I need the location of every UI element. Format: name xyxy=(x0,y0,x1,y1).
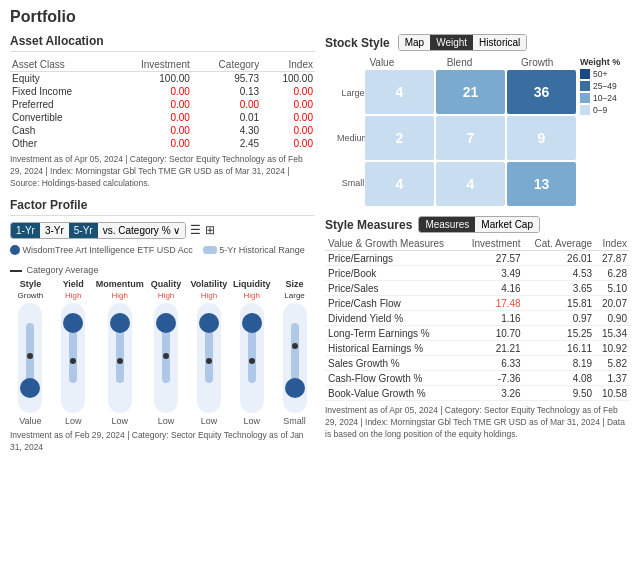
col-blend: Blend xyxy=(421,57,499,68)
measure-name: Price/Book xyxy=(325,266,462,281)
investment-val: 1.16 xyxy=(462,311,524,326)
style-measures-section: Style Measures Measures Market Cap Value… xyxy=(325,216,630,441)
factor-bottom-label: Low xyxy=(65,416,82,426)
table-row: Cash-Flow Growth % -7.36 4.08 1.37 xyxy=(325,371,630,386)
stock-style-section: Stock Style Map Weight Historical Value … xyxy=(325,34,630,206)
index-val: 10.92 xyxy=(595,341,630,356)
factor-col-header: Momentum xyxy=(96,279,144,289)
tab-3yr[interactable]: 3-Yr xyxy=(40,223,69,238)
measure-name: Cash-Flow Growth % xyxy=(325,371,462,386)
row-large: Large xyxy=(341,88,364,98)
col-value: Value xyxy=(343,57,421,68)
asset-allocation-note: Investment as of Apr 05, 2024 | Category… xyxy=(10,154,315,190)
measure-name: Sales Growth % xyxy=(325,356,462,371)
asset-class: Convertible xyxy=(10,111,110,124)
col-index: Index xyxy=(261,58,315,72)
bubble-track xyxy=(18,303,42,413)
legend-color-box xyxy=(580,81,590,91)
index-val: 0.00 xyxy=(261,85,315,98)
category-val: 0.00 xyxy=(192,98,261,111)
factor-col-sub: High xyxy=(111,291,127,300)
legend-label: 0–9 xyxy=(593,105,607,115)
cat-avg-val: 3.65 xyxy=(524,281,595,296)
style-cell: 4 xyxy=(436,162,505,206)
cat-avg-val: 15.81 xyxy=(524,296,595,311)
table-row: Preferred 0.00 0.00 0.00 xyxy=(10,98,315,111)
table-row: Sales Growth % 6.33 8.19 5.82 xyxy=(325,356,630,371)
style-cell: 4 xyxy=(365,162,434,206)
tab-historical[interactable]: Historical xyxy=(473,35,526,50)
table-row: Price/Cash Flow 17.48 15.81 20.07 xyxy=(325,296,630,311)
index-val: 5.82 xyxy=(595,356,630,371)
tab-market-cap[interactable]: Market Cap xyxy=(475,217,539,232)
category-val: 2.45 xyxy=(192,137,261,150)
index-val: 1.37 xyxy=(595,371,630,386)
legend-color-box xyxy=(580,93,590,103)
factor-list-icon[interactable]: ☰ xyxy=(190,223,201,237)
cat-avg-val: 16.11 xyxy=(524,341,595,356)
tab-weight[interactable]: Weight xyxy=(430,35,473,50)
bubble-track xyxy=(154,303,178,413)
factor-tab-group[interactable]: 1-Yr 3-Yr 5-Yr vs. Category % ∨ xyxy=(10,222,186,239)
measure-name: Price/Cash Flow xyxy=(325,296,462,311)
table-row: Historical Earnings % 21.21 16.11 10.92 xyxy=(325,341,630,356)
legend-label: 10–24 xyxy=(593,93,617,103)
row-small: Small xyxy=(342,178,365,188)
tab-map[interactable]: Map xyxy=(399,35,430,50)
investment-val: 21.21 xyxy=(462,341,524,356)
factor-col-header: Size xyxy=(286,279,304,289)
table-row: Price/Book 3.49 4.53 6.28 xyxy=(325,266,630,281)
tab-5yr[interactable]: 5-Yr xyxy=(69,223,98,238)
tab-1yr[interactable]: 1-Yr xyxy=(11,223,40,238)
investment-val: 6.33 xyxy=(462,356,524,371)
style-cell: 9 xyxy=(507,116,576,160)
col-measure: Value & Growth Measures xyxy=(325,237,462,251)
row-label-spacer xyxy=(325,57,339,206)
factor-col: YieldHighLow xyxy=(53,279,94,426)
investment-val: 100.00 xyxy=(110,72,192,86)
cat-avg-val: 8.19 xyxy=(524,356,595,371)
investment-val: 3.26 xyxy=(462,386,524,401)
investment-val: 0.00 xyxy=(110,111,192,124)
factor-columns: StyleGrowthValueYieldHighLowMomentumHigh… xyxy=(10,279,315,426)
tab-vs-category[interactable]: vs. Category % ∨ xyxy=(98,223,186,238)
bubble-track xyxy=(61,303,85,413)
index-val: 27.87 xyxy=(595,251,630,266)
cat-avg-val: 4.08 xyxy=(524,371,595,386)
col-index: Index xyxy=(595,237,630,251)
tab-measures[interactable]: Measures xyxy=(419,217,475,232)
asset-class: Cash xyxy=(10,124,110,137)
legend-item: 25–49 xyxy=(580,81,630,91)
factor-header: 1-Yr 3-Yr 5-Yr vs. Category % ∨ ☰ ⊞ xyxy=(10,222,315,239)
row-labels: Large Medium Small xyxy=(343,70,363,206)
factor-col-header: Volatility xyxy=(190,279,227,289)
stock-style-tab-group[interactable]: Map Weight Historical xyxy=(398,34,528,51)
table-row: Book-Value Growth % 3.26 9.50 10.58 xyxy=(325,386,630,401)
factor-col-sub: Growth xyxy=(18,291,44,300)
table-row: Cash 0.00 4.30 0.00 xyxy=(10,124,315,137)
factor-col: VolatilityHighLow xyxy=(188,279,229,426)
style-matrix: 421362794413 xyxy=(365,70,576,206)
factor-col-sub: High xyxy=(244,291,260,300)
asset-allocation-section: Asset Allocation Asset Class Investment … xyxy=(10,34,315,190)
col-category: Category xyxy=(192,58,261,72)
style-cell: 7 xyxy=(436,116,505,160)
legend-range: 5-Yr Historical Range xyxy=(203,245,305,256)
factor-chart-icon[interactable]: ⊞ xyxy=(205,223,215,237)
factor-col-header: Liquidity xyxy=(233,279,271,289)
investment-val: 17.48 xyxy=(462,296,524,311)
asset-class: Other xyxy=(10,137,110,150)
stock-style-title: Stock Style xyxy=(325,36,390,50)
factor-profile-title: Factor Profile xyxy=(10,198,315,216)
style-cell: 13 xyxy=(507,162,576,206)
legend-item: 0–9 xyxy=(580,105,630,115)
category-val: 95.73 xyxy=(192,72,261,86)
measures-tab-group[interactable]: Measures Market Cap xyxy=(418,216,540,233)
measures-note: Investment as of Apr 05, 2024 | Category… xyxy=(325,405,630,441)
bubble-track xyxy=(283,303,307,413)
legend-color-box xyxy=(580,105,590,115)
legend-item: 50+ xyxy=(580,69,630,79)
cat-avg-val: 9.50 xyxy=(524,386,595,401)
measures-table: Value & Growth Measures Investment Cat. … xyxy=(325,237,630,401)
index-val: 0.90 xyxy=(595,311,630,326)
